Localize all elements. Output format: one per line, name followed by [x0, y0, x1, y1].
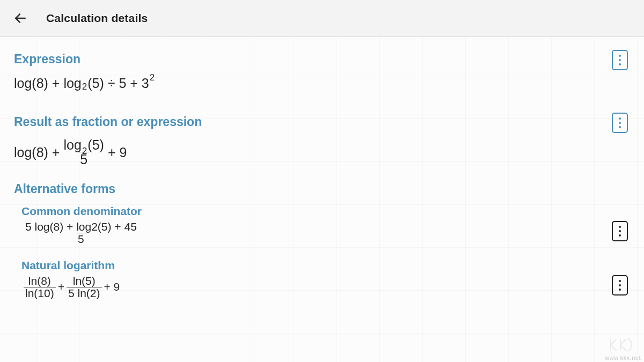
section-alternative: Alternative forms Common denominator 5 l… [14, 182, 630, 299]
natural-logarithm-value: ln(8) ln(10) + ln(5) 5 ln(2) + 9 [14, 275, 630, 299]
fraction-numerator: log2(5) [62, 138, 105, 152]
expr-text: log(8) + [14, 144, 60, 160]
result-menu-button[interactable] [612, 113, 628, 133]
expr-text: + 9 [104, 280, 120, 293]
more-vert-icon [619, 226, 621, 228]
more-vert-icon [619, 55, 621, 57]
app-bar: Calculation details [0, 0, 644, 37]
fraction: 5 log(8) + log2(5) + 45 5 [24, 221, 138, 245]
common-denominator-menu-button[interactable] [612, 221, 628, 241]
expr-text: + [58, 280, 64, 293]
more-vert-icon [619, 117, 621, 120]
fraction-denominator: ln(10) [24, 287, 56, 299]
expr-text: + 9 [108, 144, 127, 160]
common-denominator-heading: Common denominator [14, 205, 630, 218]
alt-common-denominator: Common denominator 5 log(8) + log2(5) + … [14, 205, 630, 245]
fraction-denominator: 5 [76, 233, 86, 245]
fraction: log2(5) 5 [62, 138, 105, 167]
fraction: ln(5) 5 ln(2) [67, 275, 102, 299]
alt-natural-logarithm: Natural logarithm ln(8) ln(10) + ln(5) 5… [14, 259, 630, 299]
section-expression: Expression log(8) + log2(5) ÷ 5 + 32 [14, 52, 630, 91]
fraction-numerator: 5 log(8) + log2(5) + 45 [24, 221, 138, 233]
more-vert-icon [619, 280, 621, 282]
watermark-text: www.kkx.net [605, 354, 641, 361]
fraction-numerator: ln(5) [71, 275, 97, 287]
alternative-heading: Alternative forms [14, 182, 630, 196]
expression-value: log(8) + log2(5) ÷ 5 + 32 [14, 75, 630, 91]
result-value: log(8) + log2(5) 5 + 9 [14, 138, 630, 167]
page-title: Calculation details [46, 12, 148, 25]
expr-subscript: 2 [82, 82, 87, 92]
fraction-numerator: ln(8) [27, 275, 53, 287]
watermark-logo-icon [608, 336, 640, 353]
natural-logarithm-heading: Natural logarithm [14, 259, 630, 272]
result-heading: Result as fraction or expression [14, 115, 630, 129]
content-area: Expression log(8) + log2(5) ÷ 5 + 32 Res… [0, 37, 644, 362]
fraction: ln(8) ln(10) [24, 275, 56, 299]
common-denominator-value: 5 log(8) + log2(5) + 45 5 [14, 221, 630, 245]
fraction-denominator: 5 ln(2) [67, 287, 102, 299]
expression-heading: Expression [14, 52, 630, 67]
natural-logarithm-menu-button[interactable] [612, 275, 628, 295]
expression-menu-button[interactable] [612, 50, 628, 70]
expr-superscript: 2 [150, 72, 155, 83]
back-arrow-icon[interactable] [13, 11, 28, 26]
expr-text: (5) ÷ 5 + 3 [87, 75, 149, 91]
section-result: Result as fraction or expression log(8) … [14, 115, 630, 167]
expr-text: log(8) + log [14, 75, 82, 91]
